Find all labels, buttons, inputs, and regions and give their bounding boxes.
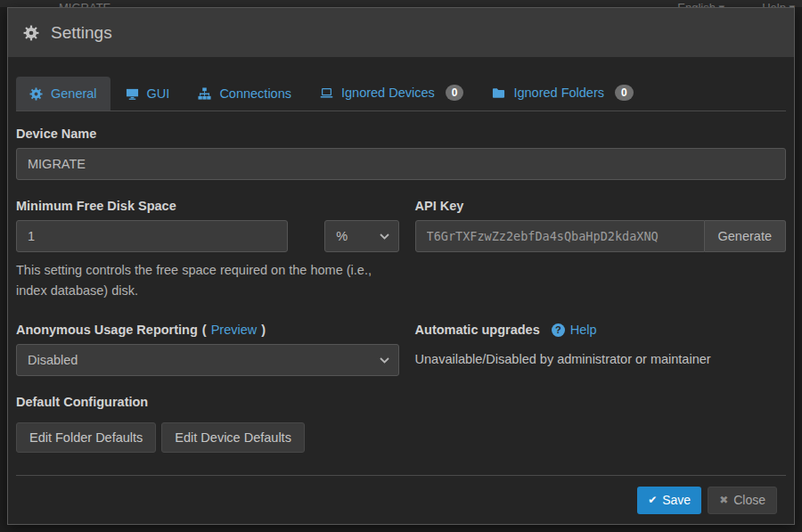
tab-label: Ignored Devices <box>341 86 435 100</box>
x-icon: ✖ <box>719 494 728 506</box>
min-free-disk-label: Minimum Free Disk Space <box>16 199 399 213</box>
save-button[interactable]: ✔ Save <box>637 487 701 514</box>
sitemap-icon <box>198 87 211 101</box>
backdrop-page: MIGRATE English ▾ Help ▾ <box>0 0 802 7</box>
default-config-label: Default Configuration <box>16 395 786 409</box>
tab-ignored-folders[interactable]: Ignored Folders 0 <box>479 75 646 110</box>
preview-link[interactable]: Preview <box>211 323 258 337</box>
edit-device-defaults-button[interactable]: Edit Device Defaults <box>161 422 305 453</box>
language-menu[interactable]: English ▾ <box>677 1 724 7</box>
settings-dialog: Settings Genera <box>7 7 795 525</box>
dialog-footer: ✔ Save ✖ Close <box>16 475 786 524</box>
device-name-label: Device Name <box>16 127 786 141</box>
check-icon: ✔ <box>648 494 657 506</box>
ignored-devices-count-badge: 0 <box>446 85 464 101</box>
gear-icon <box>29 87 43 101</box>
api-key-label: API Key <box>415 199 786 213</box>
settings-tabs: General GUI Connections <box>16 75 786 111</box>
device-name-input[interactable] <box>16 148 786 180</box>
preview-paren-open: ( <box>202 323 207 337</box>
edit-folder-defaults-button[interactable]: Edit Folder Defaults <box>16 422 156 453</box>
dialog-header: Settings <box>8 8 794 57</box>
laptop-icon <box>320 86 333 100</box>
tab-label: Connections <box>219 86 291 101</box>
auto-upgrades-status: Unavailable/Disabled by administrator or… <box>415 352 786 366</box>
min-free-disk-help-text: This setting controls the free space req… <box>16 260 399 300</box>
preview-paren-close: ) <box>261 323 266 337</box>
dialog-body: General GUI Connections <box>8 57 794 524</box>
dialog-title: Settings <box>51 23 112 43</box>
question-circle-icon: ? <box>552 323 565 337</box>
close-button[interactable]: ✖ Close <box>708 487 777 514</box>
usage-reporting-label-row: Anonymous Usage Reporting (Preview) <box>16 323 399 337</box>
tab-ignored-devices[interactable]: Ignored Devices 0 <box>307 75 477 110</box>
backdrop-device-name: MIGRATE <box>59 1 110 7</box>
tab-gui[interactable]: GUI <box>112 77 184 110</box>
usage-reporting-label: Anonymous Usage Reporting <box>16 323 198 337</box>
min-free-disk-unit-select[interactable]: % <box>324 220 399 252</box>
auto-upgrades-label-row: Automatic upgrades ? Help <box>415 323 786 337</box>
tab-connections[interactable]: Connections <box>184 77 305 110</box>
usage-reporting-select[interactable]: Disabled <box>16 344 399 376</box>
folder-icon <box>492 86 505 100</box>
close-button-label: Close <box>733 493 765 507</box>
upgrades-help-link[interactable]: ? Help <box>552 323 597 337</box>
tab-label: General <box>51 86 97 101</box>
ignored-folders-count-badge: 0 <box>615 85 634 101</box>
tab-general[interactable]: General <box>16 77 110 110</box>
auto-upgrades-label: Automatic upgrades <box>415 323 540 337</box>
monitor-icon <box>126 87 139 101</box>
tab-label: Ignored Folders <box>513 86 604 100</box>
min-free-disk-input[interactable] <box>16 220 288 252</box>
help-link-label: Help <box>570 323 597 337</box>
tab-label: GUI <box>147 86 170 101</box>
help-menu[interactable]: Help ▾ <box>762 1 795 7</box>
save-button-label: Save <box>662 493 691 507</box>
api-key-input[interactable] <box>415 220 705 252</box>
generate-api-key-button[interactable]: Generate <box>705 220 786 252</box>
gear-icon <box>23 25 39 41</box>
